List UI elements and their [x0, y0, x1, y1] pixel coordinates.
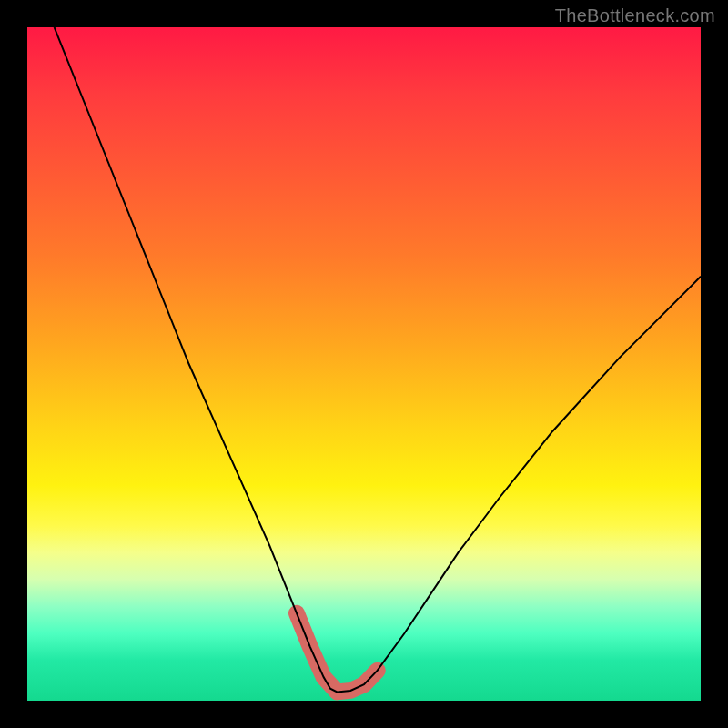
watermark-text: TheBottleneck.com	[555, 5, 715, 26]
plot-area	[27, 27, 701, 701]
chart-frame: TheBottleneck.com	[0, 0, 728, 728]
highlight-marker	[297, 613, 378, 693]
bottleneck-curve	[55, 27, 701, 692]
plot-svg	[27, 27, 701, 701]
